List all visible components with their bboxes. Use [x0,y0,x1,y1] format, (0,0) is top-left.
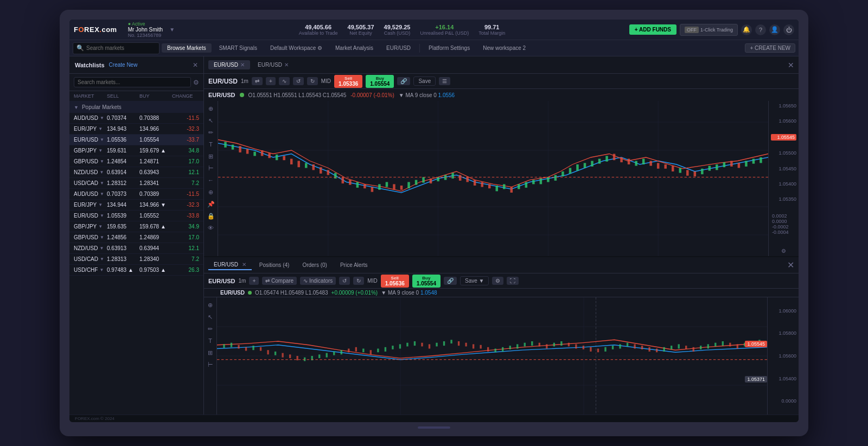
bottom-add-btn[interactable]: + [249,277,259,285]
market-row[interactable]: USD/CHF ▼ 0.97483 ▲ 0.97503 ▲ 26.3 [69,265,203,276]
watchlist-settings-icon[interactable]: ⚙ [193,79,199,86]
bottom-save-btn[interactable]: Save ▼ [460,276,489,285]
toolbar-tab-eurusd[interactable]: EUR/USD [381,43,416,53]
indicators-btn[interactable]: ∿ [279,77,290,85]
add-indicator-btn[interactable]: + [266,77,276,85]
market-row[interactable]: GBP/JPY ▼ 159.631 159.679 ▲ 34.8 [69,145,203,156]
bottom-cursor-tool[interactable]: ↖ [205,311,216,322]
cursor-tool[interactable]: ↖ [206,115,216,126]
close-chart-icon[interactable]: ✕ [788,61,794,69]
create-new-watchlist[interactable]: Create New [109,62,138,68]
bottom-compare-btn[interactable]: ⇄ Compare [262,277,297,285]
chart-tab-close[interactable]: ✕ [240,62,245,68]
power-icon[interactable]: ⏻ [783,24,794,35]
market-row[interactable]: NZD/USD ▼ 0.63913 0.63944 12.1 [69,243,203,254]
top-chart-drawing-toolbar: ⊕ ↖ ✏ T ⊞ ⊢ ← ⊕ 📌 🔒 👁 [204,101,218,256]
notification-icon[interactable]: 🔔 [741,24,752,35]
bottom-tab-eurusd[interactable]: EUR/USD ✕ [208,260,252,270]
market-row[interactable]: EUR/JPY ▼ 134.944 134.966 ▼ -32.3 [69,200,203,211]
chart-tab-eurusd-2[interactable]: EUR/USD ✕ [252,60,294,69]
buy-button[interactable]: Buy 1.05554 [366,75,394,88]
market-row[interactable]: NZD/USD ▼ 0.63914 0.63943 12.1 [69,167,203,178]
market-row[interactable]: USD/CAD ▼ 1.28312 1.28341 7.2 [69,178,203,189]
pattern-tool[interactable]: ⊞ [206,151,216,162]
bottom-undo-btn[interactable]: ↺ [339,277,350,285]
redo-btn[interactable]: ↻ [307,77,318,85]
svg-rect-23 [327,170,330,175]
bottom-indicators-btn[interactable]: ∿ Indicators [300,277,336,285]
bottom-crosshair-tool[interactable]: ⊕ [205,300,216,310]
layers-btn[interactable]: ☰ [439,77,450,85]
bottom-measure-tool[interactable]: ⊢ [205,359,216,370]
search-box[interactable]: 🔍 [73,42,159,54]
link-btn[interactable]: 🔗 [397,77,410,85]
crosshair-tool[interactable]: ⊕ [206,103,216,114]
chart-tab-eurusd[interactable]: EUR/USD ✕ [208,60,250,69]
popular-markets-header[interactable]: ▼ Popular Markets [69,101,203,113]
undo-btn[interactable]: ↺ [293,77,304,85]
bottom-tab-positions[interactable]: Positions (4) [254,260,295,270]
bottom-panel-close[interactable]: ✕ [787,260,794,270]
search-input[interactable] [86,45,151,51]
bottom-fullscreen-btn[interactable]: ⛶ [507,277,519,285]
save-btn[interactable]: Save [413,77,436,86]
user-dropdown-icon[interactable]: ▼ [169,27,175,33]
bottom-tab-price-alerts[interactable]: Price Alerts [335,260,373,270]
bottom-pair: EUR/USD [208,278,235,284]
toolbar-tab-default-workspace[interactable]: Default Workspace ⚙ [265,43,328,53]
create-new-button[interactable]: + CREATE NEW [745,43,795,53]
toolbar-tab-market-analysis[interactable]: Market Analysis [330,43,379,53]
market-row[interactable]: GBP/USD ▼ 1.24854 1.24871 17.0 [69,156,203,167]
measure-tool[interactable]: ⊢ [206,163,216,174]
market-row[interactable]: GBP/JPY ▼ 159.635 159.678 ▲ 34.9 [69,221,203,232]
one-click-trading[interactable]: OFF 1-Click Trading [680,24,738,36]
eye-tool[interactable]: 👁 [206,222,216,233]
help-icon[interactable]: ? [755,24,766,35]
sell-button[interactable]: Sell 1.05336 [334,75,362,88]
person-icon[interactable]: 👤 [769,24,780,35]
pin-tool[interactable]: 📌 [206,199,216,209]
compare-btn[interactable]: ⇄ [252,77,263,85]
bottom-chart-canvas[interactable]: ▼ MACD 12 26 close 9 -0.0000 -0.0001 -0.… [217,297,767,415]
main-chart-canvas[interactable]: ▼ MACD 12 26 close 9 -0.0001 0.0000 0.00… [218,101,768,256]
bottom-link-btn[interactable]: 🔗 [444,277,457,285]
lock-tool[interactable]: 🔒 [206,211,216,221]
bottom-settings-btn[interactable]: ⚙ [492,277,503,285]
bottom-change: +0.00009 (+0.01%) [331,290,378,296]
bottom-buy-button[interactable]: Buy 1.05554 [412,275,441,288]
svg-rect-72 [686,170,689,175]
market-row[interactable]: EUR/USD ▼ 1.05539 1.05552 -33.8 [69,211,203,221]
bottom-tab-close[interactable]: ✕ [242,262,246,267]
svg-rect-132 [509,346,511,349]
logo[interactable]: FOREX.com [74,26,117,34]
zoom-tool[interactable]: ⊕ [206,187,216,197]
bottom-sell-button[interactable]: Sell 1.05636 [381,275,409,288]
pen-tool[interactable]: ✏ [206,127,216,138]
settings-btn-axis[interactable]: ⚙ [771,248,796,254]
bottom-tab-orders[interactable]: Orders (0) [297,260,333,270]
chart-tab-2-close[interactable]: ✕ [284,62,289,68]
toolbar-tab-smart-signals[interactable]: SMART Signals [214,43,263,53]
watchlist-search-input[interactable] [74,77,191,87]
bottom-pen-tool[interactable]: ✏ [205,323,216,334]
market-row[interactable]: EUR/JPY ▼ 134.943 134.966 -32.3 [69,124,203,135]
toolbar-tab-browse-markets[interactable]: Browse Markets [162,43,212,53]
bottom-text-tool[interactable]: T [205,335,216,346]
bottom-timeframe[interactable]: 1m [239,278,246,284]
market-row[interactable]: USD/CAD ▼ 1.28313 1.28340 7.2 [69,254,203,265]
market-row[interactable]: GBP/USD ▼ 1.24856 1.24869 17.0 [69,232,203,243]
back-tool[interactable]: ← [206,175,216,186]
market-row[interactable]: AUD/USD ▼ 0.70373 0.70389 -11.5 [69,189,203,200]
add-funds-button[interactable]: + ADD FUNDS [629,24,676,35]
toolbar-tab-platform-settings[interactable]: Platform Settings [423,43,475,53]
text-tool[interactable]: T [206,139,216,150]
chart-timeframe[interactable]: 1m [241,78,248,84]
svg-rect-116 [392,346,393,349]
bottom-pattern-tool[interactable]: ⊞ [205,347,216,358]
user-section[interactable]: ● Active Mr John Smith No. 123456789 [125,20,166,39]
watchlist-close-button[interactable]: ✕ [193,61,198,69]
market-row[interactable]: AUD/USD ▼ 0.70374 0.70388 -11.5 [69,113,203,124]
market-row-eurusd[interactable]: EUR/USD ▼ 1.05536 1.05554 -33.7 [69,135,203,145]
toolbar-tab-new-workspace[interactable]: New workspace 2 [477,43,531,53]
bottom-redo-btn[interactable]: ↻ [353,277,364,285]
